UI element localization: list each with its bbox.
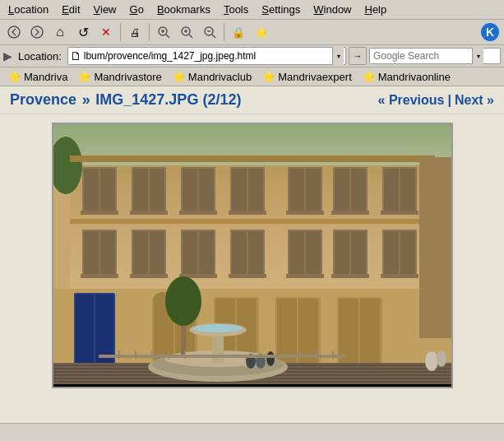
- svg-rect-70: [384, 231, 399, 275]
- svg-rect-48: [331, 211, 369, 215]
- zoom-out-button[interactable]: [199, 21, 220, 43]
- star-icon-mandrivaclub: ⭐: [172, 70, 186, 83]
- bookmark-mandriva-label: Mandriva: [24, 71, 67, 83]
- svg-rect-96: [360, 299, 380, 363]
- location-dropdown[interactable]: ▾: [332, 47, 344, 65]
- separator-2: [149, 23, 150, 41]
- svg-rect-68: [351, 231, 366, 275]
- svg-rect-72: [81, 274, 118, 278]
- svg-rect-81: [76, 295, 94, 367]
- svg-rect-42: [400, 169, 415, 212]
- bookmark-mandrivastore-label: Mandrivastore: [94, 71, 161, 83]
- separator-3: [224, 23, 224, 41]
- svg-rect-41: [384, 169, 399, 212]
- home-button[interactable]: ⌂: [49, 21, 71, 43]
- svg-rect-36: [306, 169, 321, 212]
- photo-image: [53, 124, 451, 384]
- svg-rect-49: [381, 211, 418, 215]
- stop-button[interactable]: ✕: [95, 21, 117, 43]
- menu-settings[interactable]: Settings: [257, 2, 305, 17]
- location-go-button[interactable]: →: [349, 47, 367, 65]
- svg-rect-30: [199, 169, 214, 212]
- bookmark-mandrivaexpert[interactable]: ⭐ Mandrivaexpert: [257, 69, 356, 84]
- bookmark-mandrivastore[interactable]: ⭐ Mandrivastore: [73, 69, 165, 84]
- menu-bookmarks[interactable]: Bookmarks: [152, 2, 215, 17]
- locationbar: ▶ Location: 🗋 ▾ → ▾: [0, 45, 504, 67]
- svg-line-11: [212, 35, 215, 38]
- svg-point-0: [8, 26, 20, 38]
- search-dropdown[interactable]: ▾: [472, 48, 483, 64]
- menu-location[interactable]: Location: [3, 2, 53, 17]
- svg-point-1: [31, 26, 43, 38]
- menubar: Location Edit View Go Bookmarks Tools Se…: [0, 0, 504, 20]
- breadcrumb-separator: »: [82, 91, 90, 108]
- svg-rect-65: [306, 231, 321, 275]
- menu-window[interactable]: Window: [308, 2, 356, 17]
- bookmark-mandrivaclub-label: Mandrivaclub: [188, 71, 252, 83]
- location-input-wrap: 🗋 ▾: [67, 47, 346, 65]
- star-icon-mandrivastore: ⭐: [77, 70, 91, 83]
- svg-point-116: [425, 351, 438, 371]
- svg-point-117: [437, 350, 446, 367]
- svg-point-110: [193, 324, 243, 332]
- svg-rect-39: [351, 169, 366, 212]
- svg-rect-73: [130, 274, 168, 278]
- svg-rect-23: [84, 169, 99, 212]
- print-button[interactable]: 🖨: [124, 21, 146, 43]
- breadcrumb: Provence » IMG_1427.JPG (2/12): [10, 91, 241, 109]
- menu-view[interactable]: View: [89, 2, 122, 17]
- bookmark-mandrivaexpert-label: Mandrivaexpert: [278, 71, 352, 83]
- bookmark-mandrivaonline[interactable]: ⭐ Mandrivaonline: [358, 69, 455, 84]
- bookmark-mandriva[interactable]: ⭐ Mandriva: [3, 69, 72, 84]
- reload-button[interactable]: ↺: [72, 21, 94, 43]
- svg-rect-55: [133, 231, 148, 275]
- bookmark-mandrivaclub[interactable]: ⭐ Mandrivaclub: [168, 69, 256, 84]
- svg-rect-53: [100, 231, 115, 275]
- bookmark-add-button[interactable]: ⭐: [251, 21, 272, 43]
- star-icon-mandriva: ⭐: [7, 70, 21, 83]
- svg-rect-43: [81, 211, 118, 215]
- svg-rect-75: [229, 274, 266, 278]
- statusbar: [0, 423, 504, 441]
- zoom-button[interactable]: [153, 21, 174, 43]
- bookmarksbar: ⭐ Mandriva ⭐ Mandrivastore ⭐ Mandrivaclu…: [0, 67, 504, 86]
- svg-rect-77: [331, 274, 369, 278]
- search-input[interactable]: [373, 50, 472, 62]
- location-input[interactable]: [84, 50, 330, 62]
- page-title: IMG_1427.JPG (2/12): [95, 91, 241, 108]
- svg-rect-50: [70, 219, 435, 224]
- photo-container: [52, 123, 453, 388]
- zoom-in-button[interactable]: [176, 21, 197, 43]
- star-icon-mandrivaexpert: ⭐: [261, 70, 275, 83]
- content-area: [0, 114, 504, 423]
- breadcrumb-parent-link[interactable]: Provence: [10, 91, 76, 108]
- svg-rect-71: [400, 231, 415, 275]
- menu-go[interactable]: Go: [125, 2, 149, 17]
- svg-text:K: K: [486, 26, 494, 39]
- svg-rect-76: [286, 274, 324, 278]
- page-icon: 🗋: [70, 49, 81, 63]
- menu-help[interactable]: Help: [360, 2, 392, 17]
- svg-rect-67: [335, 231, 349, 275]
- security-button[interactable]: 🔒: [228, 21, 249, 43]
- svg-point-112: [165, 276, 201, 326]
- svg-rect-32: [232, 169, 247, 212]
- svg-rect-93: [298, 299, 318, 363]
- page-nav: « Previous | Next »: [378, 93, 494, 108]
- svg-rect-104: [53, 381, 451, 383]
- svg-rect-95: [339, 299, 358, 363]
- toolbar: ⌂ ↺ ✕ 🖨 🔒 ⭐ K: [0, 20, 504, 45]
- forward-button[interactable]: [26, 21, 48, 43]
- menu-edit[interactable]: Edit: [57, 2, 85, 17]
- svg-rect-24: [100, 169, 115, 212]
- back-button[interactable]: [3, 21, 25, 43]
- menu-tools[interactable]: Tools: [219, 2, 253, 17]
- star-icon-mandrivaonline: ⭐: [362, 70, 376, 83]
- svg-rect-35: [289, 169, 304, 212]
- svg-rect-59: [199, 231, 214, 275]
- svg-rect-58: [183, 231, 197, 275]
- next-link[interactable]: Next »: [455, 93, 494, 108]
- previous-link[interactable]: « Previous: [378, 93, 445, 108]
- bookmark-mandrivaonline-label: Mandrivaonline: [378, 71, 451, 83]
- separator-1: [120, 23, 121, 41]
